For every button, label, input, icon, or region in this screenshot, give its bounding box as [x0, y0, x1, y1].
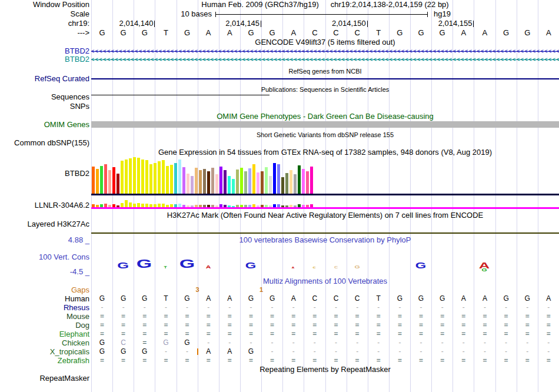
- gtex-isoform-bar[interactable]: [215, 205, 218, 207]
- gtex-expression-bar[interactable]: [125, 160, 128, 194]
- gtex-expression-bar[interactable]: [207, 171, 210, 194]
- gtex-isoform-bar[interactable]: [298, 204, 301, 207]
- gtex-isoform-bar[interactable]: [248, 205, 251, 207]
- gtex-isoform-bar[interactable]: [96, 205, 99, 207]
- gtex-isoform-bar[interactable]: [162, 204, 165, 207]
- gtex-expression-bar[interactable]: [240, 168, 243, 194]
- species-label[interactable]: X_tropicalis: [0, 347, 89, 356]
- phylop-logo-letter[interactable]: G: [339, 265, 375, 268]
- species-label[interactable]: Mouse: [0, 312, 89, 321]
- gtex-expression-bar[interactable]: [203, 169, 206, 194]
- gencode-gene-label[interactable]: BTBD2: [0, 47, 89, 55]
- gtex-isoform-bar[interactable]: [166, 205, 169, 207]
- gtex-isoform-bar[interactable]: [191, 205, 194, 207]
- sequences-label[interactable]: Sequences: [0, 93, 89, 101]
- gtex-isoform-bar[interactable]: [207, 205, 210, 207]
- gtex-expression-bar[interactable]: [269, 176, 272, 194]
- gtex-expression-bar[interactable]: [306, 171, 309, 194]
- gtex-expression-bar[interactable]: [224, 170, 227, 194]
- gtex-isoform-bar[interactable]: [133, 204, 136, 207]
- gtex-isoform-bar[interactable]: [219, 204, 222, 207]
- gtex-expression-bar[interactable]: [302, 169, 305, 194]
- gtex-expression-bar[interactable]: [244, 171, 247, 194]
- gtex-isoform-bar[interactable]: [240, 205, 243, 207]
- gtex-isoform-bar[interactable]: [174, 204, 177, 207]
- species-label[interactable]: Human: [0, 294, 89, 303]
- gtex-expression-bar[interactable]: [108, 170, 111, 194]
- gtex-isoform-bar[interactable]: [92, 204, 95, 207]
- gtex-isoform-bar[interactable]: [178, 204, 181, 207]
- gtex-expression-bar[interactable]: [277, 164, 280, 194]
- omim-genes-label[interactable]: OMIM Genes: [0, 121, 89, 129]
- gtex-isoform-bar[interactable]: [125, 200, 128, 207]
- gtex-expression-bar[interactable]: [298, 165, 301, 194]
- gtex-isoform-bar[interactable]: [158, 204, 161, 207]
- gtex-expression-bar[interactable]: [265, 167, 268, 194]
- gtex-expression-bar[interactable]: [117, 174, 119, 194]
- phylop-logo-letter[interactable]: G: [232, 263, 268, 268]
- gtex-isoform-bar[interactable]: [129, 202, 132, 207]
- gtex-expression-bar[interactable]: [162, 160, 165, 194]
- gtex-isoform-bar[interactable]: [306, 205, 309, 207]
- gtex-isoform-bar[interactable]: [203, 205, 206, 207]
- gtex-isoform-bar[interactable]: [149, 204, 152, 207]
- gtex-isoform-bar[interactable]: [277, 204, 280, 207]
- refseq-curated-label[interactable]: RefSeq Curated: [0, 75, 89, 83]
- gtex-isoform-bar[interactable]: [269, 205, 272, 207]
- species-label[interactable]: Zebrafish: [0, 356, 89, 365]
- gtex-isoform-bar[interactable]: [261, 205, 264, 207]
- gtex-expression-bar[interactable]: [158, 161, 161, 194]
- gtex-isoform-bar[interactable]: [104, 204, 107, 207]
- gtex-isoform-bar[interactable]: [224, 205, 227, 207]
- gtex-expression-bar[interactable]: [96, 169, 99, 194]
- gtex-expression-bar[interactable]: [133, 157, 136, 194]
- gtex-expression-bar[interactable]: [145, 160, 148, 194]
- gencode-gene-label[interactable]: BTBD2: [0, 55, 89, 64]
- gtex-expression-bar[interactable]: [228, 176, 231, 194]
- species-label[interactable]: Dog: [0, 321, 89, 330]
- gtex-expression-bar[interactable]: [154, 163, 157, 194]
- gtex-isoform-bar[interactable]: [187, 205, 189, 207]
- gtex-expression-bar[interactable]: [219, 167, 222, 194]
- gtex-isoform-bar[interactable]: [145, 204, 148, 207]
- gtex-expression-bar[interactable]: [100, 166, 103, 194]
- gtex-isoform-bar[interactable]: [273, 204, 276, 207]
- gaps-label[interactable]: Gaps: [0, 286, 89, 294]
- gtex-expression-bar[interactable]: [294, 174, 297, 194]
- repeatmasker-label[interactable]: RepeatMasker: [0, 374, 89, 383]
- gtex-expression-bar[interactable]: [310, 167, 313, 194]
- gtex-expression-bar[interactable]: [273, 163, 276, 194]
- gtex-expression-bar[interactable]: [121, 161, 124, 194]
- gtex-expression-bar[interactable]: [211, 168, 214, 194]
- gtex-expression-bar[interactable]: [290, 170, 292, 194]
- gtex-isoform-bar[interactable]: [310, 204, 313, 207]
- gtex-isoform-bar[interactable]: [228, 205, 231, 207]
- gtex-isoform-bar[interactable]: [285, 205, 288, 207]
- gtex-isoform-label[interactable]: LLNLR-304A6.2: [0, 201, 89, 210]
- gtex-isoform-bar[interactable]: [244, 205, 247, 207]
- gtex-isoform-bar[interactable]: [265, 205, 268, 207]
- gtex-expression-bar[interactable]: [215, 174, 218, 194]
- common-dbsnp-label[interactable]: Common dbSNP(155): [0, 139, 89, 147]
- gtex-expression-bar[interactable]: [92, 167, 95, 194]
- h3k27ac-signal-line[interactable]: [91, 232, 559, 234]
- gtex-isoform-bar[interactable]: [137, 203, 140, 207]
- gtex-expression-bar[interactable]: [182, 167, 185, 194]
- species-label[interactable]: Rhesus: [0, 303, 89, 312]
- gtex-expression-bar[interactable]: [281, 177, 284, 194]
- gtex-expression-bar[interactable]: [137, 158, 140, 194]
- insertion-marker[interactable]: [197, 348, 198, 355]
- gtex-expression-bar[interactable]: [166, 166, 169, 194]
- gtex-isoform-bar[interactable]: [302, 205, 305, 207]
- gtex-isoform-bar[interactable]: [117, 205, 119, 207]
- gtex-isoform-bar[interactable]: [281, 205, 284, 207]
- gtex-expression-bar[interactable]: [199, 170, 202, 194]
- omim-gene-bar[interactable]: [91, 121, 559, 128]
- gtex-expression-bar[interactable]: [248, 168, 251, 194]
- gtex-expression-bar[interactable]: [149, 164, 152, 194]
- gtex-isoform-bar[interactable]: [232, 206, 235, 207]
- phylop-logo-letter[interactable]: A: [190, 265, 226, 268]
- snps-label[interactable]: SNPs: [0, 102, 89, 111]
- layered-h3k27ac-label[interactable]: Layered H3K27Ac: [0, 220, 89, 228]
- gtex-gene-label[interactable]: BTBD2: [0, 170, 89, 178]
